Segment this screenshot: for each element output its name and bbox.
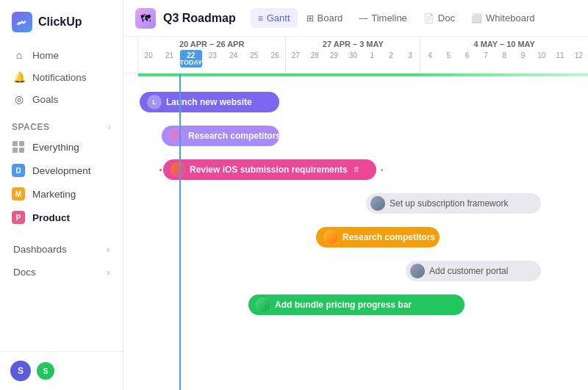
date-day-23[interactable]: 23 xyxy=(202,50,223,68)
sidebar-item-goals[interactable]: ◎ Goals xyxy=(6,88,117,110)
tab-board[interactable]: ⊞ Board xyxy=(299,8,351,28)
sidebar-item-everything[interactable]: Everything xyxy=(0,135,123,159)
tab-board-label: Board xyxy=(318,12,343,24)
date-range-1: 20 APR – 26 APR xyxy=(138,37,285,50)
date-day-30[interactable]: 30 xyxy=(343,50,362,61)
sidebar-item-dashboards[interactable]: Dashboards › xyxy=(6,238,117,261)
bar-review-ios-label: Review iOS submission requirements xyxy=(190,165,348,175)
gantt-rows: L Launch new website Research competitor… xyxy=(123,79,588,328)
date-day-27[interactable]: 27 xyxy=(286,50,305,61)
home-icon: ⌂ xyxy=(13,49,25,61)
date-day-25[interactable]: 25 xyxy=(244,50,265,68)
bar-avatar-launch: L xyxy=(147,95,162,109)
date-day-26[interactable]: 26 xyxy=(265,50,285,68)
sidebar-nav: ⌂ Home 🔔 Notifications ◎ Goals xyxy=(0,41,123,113)
sidebar-item-home[interactable]: ⌂ Home xyxy=(6,44,117,66)
bar-avatar-review xyxy=(171,162,185,177)
bar-avatar-research1 xyxy=(169,129,184,143)
tab-doc[interactable]: 📄 Doc xyxy=(416,8,462,28)
sidebar-bottom: Dashboards › Docs › xyxy=(0,235,123,286)
user-avatar-secondary[interactable]: S xyxy=(37,362,54,380)
date-days-1: 20 21 22TODAY 23 24 25 26 xyxy=(138,50,285,68)
date-range-3: 4 MAY – 10 MAY xyxy=(420,37,588,50)
bar-avatar-portal xyxy=(410,264,425,278)
resize-handle-icon: ⠿ xyxy=(354,166,359,174)
doc-icon: 📄 xyxy=(423,13,434,24)
date-day-4[interactable]: 4 xyxy=(420,50,439,61)
bar-research-competitors-2-label: Research competitors xyxy=(343,232,435,242)
today-line xyxy=(179,73,181,390)
bar-review-left-dot xyxy=(158,167,163,173)
timeline-icon: — xyxy=(359,13,368,24)
everything-icon xyxy=(12,140,25,154)
svg-point-1 xyxy=(24,20,26,21)
date-day-20[interactable]: 20 xyxy=(138,50,159,68)
gantt-row-4: Research competitors xyxy=(123,220,588,254)
bar-bundle-pricing[interactable]: Add bundle pricing progress bar xyxy=(248,295,465,315)
bar-subscription-framework[interactable]: Set up subscription framework xyxy=(366,193,541,214)
bar-launch-new-website[interactable]: L Launch new website xyxy=(140,92,279,112)
date-day-12[interactable]: 12 xyxy=(570,50,588,61)
bar-avatar-bundle xyxy=(256,297,270,312)
date-days-2: 27 28 29 30 1 2 3 xyxy=(286,50,420,61)
date-day-22-today[interactable]: 22TODAY xyxy=(180,50,203,68)
today-label: TODAY xyxy=(180,59,203,66)
date-day-9[interactable]: 9 xyxy=(514,50,532,61)
sidebar-item-docs[interactable]: Docs › xyxy=(6,261,117,284)
user-initials: S xyxy=(18,366,24,376)
board-icon: ⊞ xyxy=(306,13,314,24)
date-day-7[interactable]: 7 xyxy=(476,50,495,61)
sidebar-item-marketing[interactable]: M Marketing xyxy=(0,182,123,206)
date-day-29[interactable]: 29 xyxy=(324,50,343,61)
sidebar-item-notifications-label: Notifications xyxy=(32,72,87,83)
date-day-28[interactable]: 28 xyxy=(305,50,324,61)
docs-chevron-icon: › xyxy=(107,267,110,278)
date-header-spacer xyxy=(123,37,138,73)
spaces-list: Everything D Development M Marketing P P… xyxy=(0,135,123,229)
date-day-10[interactable]: 10 xyxy=(532,50,551,61)
date-day-11[interactable]: 11 xyxy=(551,50,569,61)
tab-timeline-label: Timeline xyxy=(371,12,407,24)
spaces-section-header: Spaces › xyxy=(0,113,123,135)
logo-icon xyxy=(12,12,32,32)
user-avatar[interactable]: S xyxy=(10,361,31,381)
marketing-icon: M xyxy=(12,187,25,201)
bar-review-ios[interactable]: Review iOS submission requirements ⠿ xyxy=(163,159,376,180)
tab-gantt[interactable]: ≡ Gantt xyxy=(251,8,298,28)
sidebar-item-product[interactable]: P Product xyxy=(0,206,123,229)
bar-customer-portal-label: Add customer portal xyxy=(429,266,508,276)
development-icon: D xyxy=(12,164,25,177)
tab-doc-label: Doc xyxy=(438,12,455,24)
date-day-5[interactable]: 5 xyxy=(440,50,458,61)
date-day-6[interactable]: 6 xyxy=(458,50,476,61)
tab-whiteboard[interactable]: ⬜ Whiteboard xyxy=(464,8,542,28)
date-day-3[interactable]: 3 xyxy=(401,50,420,61)
date-day-24[interactable]: 24 xyxy=(223,50,243,68)
tab-timeline[interactable]: — Timeline xyxy=(351,8,415,28)
logo[interactable]: ClickUp xyxy=(0,0,123,41)
bar-subscription-label: Set up subscription framework xyxy=(390,198,508,209)
logo-text: ClickUp xyxy=(38,15,82,29)
date-day-2[interactable]: 2 xyxy=(381,50,401,61)
bar-research-competitors-1-label: Research competitors xyxy=(188,131,281,141)
date-days-3: 4 5 6 7 8 9 10 11 12 xyxy=(420,50,588,61)
project-title: Q3 Roadmap xyxy=(163,12,236,25)
sidebar-item-development[interactable]: D Development xyxy=(0,159,123,182)
bar-research-competitors-2[interactable]: Research competitors xyxy=(316,227,440,248)
date-section-2: 27 APR – 3 MAY 27 28 29 30 1 2 3 xyxy=(286,37,420,73)
sidebar-footer: S S xyxy=(0,351,123,390)
spaces-chevron-icon[interactable]: › xyxy=(108,123,111,131)
gantt-row-5: Add customer portal xyxy=(123,254,588,288)
bar-customer-portal[interactable]: Add customer portal xyxy=(406,261,541,281)
sidebar-item-everything-label: Everything xyxy=(32,142,79,153)
date-day-21[interactable]: 21 xyxy=(159,50,179,68)
gantt-icon: ≡ xyxy=(258,13,263,24)
project-icon: 🗺 xyxy=(135,8,156,29)
date-day-1[interactable]: 1 xyxy=(362,50,381,61)
date-day-8[interactable]: 8 xyxy=(495,50,514,61)
gantt-row-3: Set up subscription framework xyxy=(123,187,588,220)
tab-group: ≡ Gantt ⊞ Board — Timeline 📄 Doc ⬜ White… xyxy=(251,8,542,28)
sidebar: ClickUp ⌂ Home 🔔 Notifications ◎ Goals S… xyxy=(0,0,123,390)
sidebar-item-notifications[interactable]: 🔔 Notifications xyxy=(6,66,117,88)
main-content: 🗺 Q3 Roadmap ≡ Gantt ⊞ Board — Timeline … xyxy=(123,0,588,390)
